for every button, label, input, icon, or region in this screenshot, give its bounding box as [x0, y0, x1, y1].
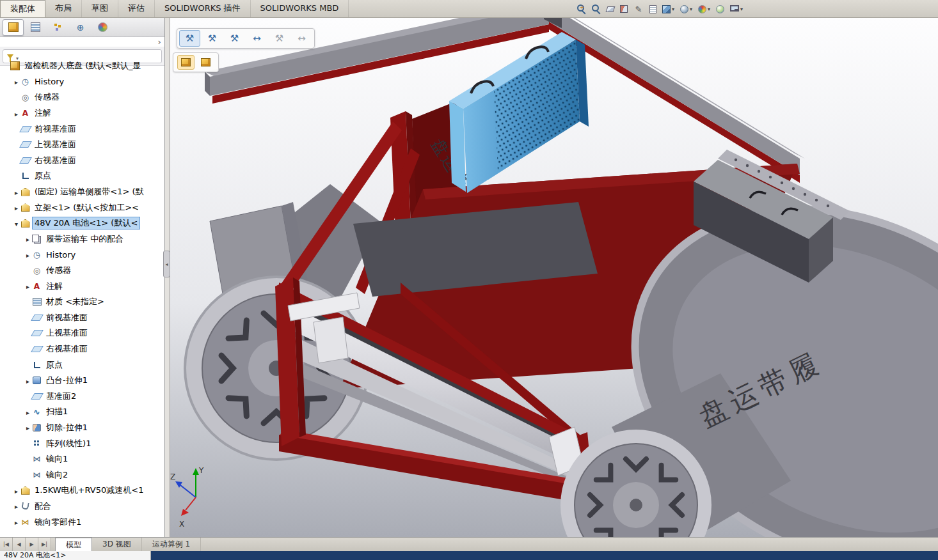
expand-arrow-icon[interactable] [13, 187, 20, 197]
tree-item-label: 注解 [33, 107, 53, 119]
tree-item[interactable]: 上视基准面 [0, 325, 164, 341]
tree-item[interactable]: 基准面2 [0, 388, 164, 404]
tree-item-label: 扫描1 [44, 406, 70, 417]
tree-item[interactable]: 1.5KW电机+RV50减速机<1 [0, 483, 164, 499]
expand-arrow-icon[interactable] [24, 376, 31, 385]
tree-item[interactable]: 阵列(线性)1 [0, 435, 164, 451]
tree-item[interactable]: History [0, 247, 164, 263]
tree-item[interactable]: 镜向2 [0, 467, 164, 483]
tree-item[interactable]: 右视基准面 [0, 153, 164, 169]
ribbon-tab[interactable]: SOLIDWORKS MBD [251, 0, 349, 17]
breadcrumb-component-icon[interactable] [197, 55, 214, 70]
history-icon [20, 77, 31, 87]
tree-item[interactable]: 镜向零部件1 [0, 514, 164, 530]
tree-item[interactable]: 切除-拉伸1 [0, 420, 164, 436]
document-tab[interactable]: 运动算例 1 [142, 538, 201, 551]
tree-item[interactable]: 前视基准面 [0, 310, 164, 326]
left-mount-block[interactable] [314, 317, 348, 363]
next-tab-icon[interactable]: ▶ [26, 538, 38, 551]
tree-item[interactable]: 镜向1 [0, 451, 164, 467]
property-manager-icon [31, 22, 41, 33]
assembly-cube-icon [181, 58, 191, 66]
panel-flyout-arrow[interactable]: › [154, 37, 164, 47]
apply-scene-icon[interactable] [715, 4, 727, 15]
tree-item[interactable]: 配合 [0, 499, 164, 515]
breadcrumb-bar [173, 52, 219, 72]
tree-item[interactable]: 凸台-拉伸1 [0, 373, 164, 389]
tree-item[interactable]: 右视基准面 [0, 341, 164, 357]
tree-item[interactable]: 前视基准面 [0, 121, 164, 137]
feature-tree: 巡检机器人底盘 (默认<默认_显 History 传感器 注解 [0, 56, 164, 537]
tree-item[interactable]: History [0, 74, 164, 90]
tree-item[interactable]: 立架<1> (默认<按加工>< [0, 199, 164, 215]
triad-x-label: X [179, 520, 184, 529]
panel-splitter[interactable] [165, 18, 170, 537]
first-tab-icon[interactable]: |◀ [0, 538, 13, 551]
expand-arrow-icon[interactable] [24, 281, 31, 291]
view-orientation-icon[interactable] [661, 4, 677, 15]
dimxpertmanager-tab[interactable] [70, 19, 91, 36]
expand-arrow-icon[interactable] [24, 234, 31, 244]
3d-drawing-view-icon[interactable] [648, 4, 659, 15]
zoom-to-area-icon[interactable] [591, 4, 603, 14]
mate-perpendicular-icon[interactable]: ⚒ [224, 30, 245, 47]
configurationmanager-tab[interactable] [47, 19, 68, 36]
expand-arrow-icon[interactable] [13, 203, 20, 212]
part-icon [20, 187, 31, 197]
tree-item-label: 前视基准面 [44, 312, 90, 323]
expand-arrow-icon[interactable] [13, 109, 20, 118]
document-tab[interactable]: 3D 视图 [92, 538, 142, 551]
breadcrumb-assembly-icon[interactable] [177, 55, 195, 70]
tree-item[interactable]: 原点 [0, 357, 164, 373]
section-view-icon[interactable] [619, 4, 630, 14]
previous-tab-icon[interactable]: ◀ [13, 538, 26, 551]
expand-arrow-icon[interactable] [24, 250, 31, 260]
expand-arrow-icon[interactable] [24, 423, 31, 432]
expand-arrow-icon[interactable] [13, 501, 20, 511]
propertymanager-tab[interactable] [25, 19, 46, 36]
mate-distance-icon[interactable]: ↔ [291, 30, 312, 47]
zoom-to-fit-icon[interactable] [576, 4, 589, 14]
tree-item[interactable]: 扫描1 [0, 404, 164, 420]
tree-item-label: 切除-拉伸1 [44, 422, 90, 433]
tree-item[interactable]: 材质 <未指定> [0, 294, 164, 310]
tree-item[interactable]: 巡检机器人底盘 (默认<默认_显 [0, 58, 164, 74]
tree-item[interactable]: 传感器 [0, 263, 164, 279]
view-settings-icon[interactable] [729, 5, 745, 13]
mate-width-icon[interactable]: ↔ [246, 30, 267, 47]
expand-arrow-icon[interactable] [24, 407, 31, 417]
panel-collapse-handle[interactable] [163, 251, 170, 277]
ribbon-tab[interactable]: 布局 [45, 0, 82, 17]
expand-arrow-icon[interactable] [13, 77, 20, 86]
ribbon-tab[interactable]: 评估 [118, 0, 155, 17]
tree-item[interactable]: 履带运输车 中的配合 [0, 231, 164, 247]
assembly-icon [10, 61, 20, 71]
previous-view-icon[interactable] [605, 5, 617, 13]
tree-item[interactable]: 48V 20A 电池<1> (默认< [0, 215, 164, 231]
ribbon-tab[interactable]: 草图 [82, 0, 118, 17]
ribbon-tab[interactable]: SOLIDWORKS 插件 [155, 0, 251, 17]
document-tab[interactable]: 模型 [55, 538, 92, 551]
display-style-icon[interactable] [679, 4, 695, 15]
edit-appearance-icon[interactable] [697, 4, 713, 15]
mate-tangent-icon[interactable]: ⚒ [269, 30, 290, 47]
tree-item[interactable]: 上视基准面 [0, 137, 164, 153]
mate-coincident-icon[interactable]: ⚒ [179, 30, 200, 47]
expand-arrow-icon[interactable] [13, 219, 20, 228]
graphics-area[interactable]: 盘运带履 [170, 18, 938, 537]
mate-parallel-icon[interactable]: ⚒ [202, 30, 223, 47]
last-tab-icon[interactable]: ▶| [38, 538, 51, 551]
tree-item[interactable]: 传感器 [0, 89, 164, 105]
model-canvas[interactable]: 盘运带履 [170, 18, 938, 537]
ribbon-tab[interactable]: 装配体 [0, 0, 45, 17]
tree-item[interactable]: 原点 [0, 168, 164, 184]
tree-item[interactable]: 注解 [0, 105, 164, 121]
expand-arrow-icon[interactable] [13, 486, 20, 495]
displaymanager-tab[interactable] [92, 19, 113, 36]
sweep-icon [31, 407, 42, 417]
tree-item[interactable]: 注解 [0, 278, 164, 294]
annotation-sketch-icon[interactable] [632, 3, 646, 15]
featuremanager-tab[interactable] [3, 19, 24, 36]
expand-arrow-icon[interactable] [13, 517, 20, 527]
tree-item[interactable]: (固定) 运输单侧履带<1> (默 [0, 184, 164, 200]
